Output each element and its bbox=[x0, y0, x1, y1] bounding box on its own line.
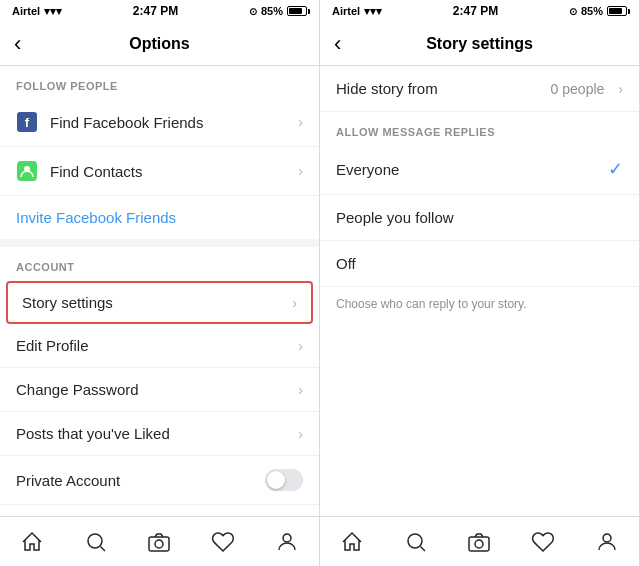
status-bar-left: Airtel ▾▾▾ 2:47 PM ⊙ 85% bbox=[0, 0, 319, 22]
nav-profile-right[interactable] bbox=[594, 529, 620, 555]
reply-follow-label: People you follow bbox=[336, 209, 623, 226]
chevron-icon-edit: › bbox=[298, 338, 303, 354]
left-bottom-nav bbox=[0, 516, 319, 566]
edit-profile-label: Edit Profile bbox=[16, 337, 290, 354]
svg-rect-6 bbox=[469, 537, 489, 551]
chevron-icon-contacts: › bbox=[298, 163, 303, 179]
svg-point-3 bbox=[155, 540, 163, 548]
nav-camera-right[interactable] bbox=[466, 529, 492, 555]
carrier-right: Airtel bbox=[332, 5, 360, 17]
svg-point-1 bbox=[88, 534, 102, 548]
battery-icon-right: ⊙ bbox=[569, 6, 577, 17]
status-right-carrier: Airtel ▾▾▾ bbox=[332, 5, 382, 18]
chevron-icon-facebook: › bbox=[298, 114, 303, 130]
back-button-left[interactable]: ‹ bbox=[14, 33, 21, 55]
edit-profile-item[interactable]: Edit Profile › bbox=[0, 324, 319, 368]
svg-point-4 bbox=[283, 534, 291, 542]
wifi-icon-left: ▾▾▾ bbox=[44, 5, 62, 18]
find-facebook-label: Find Facebook Friends bbox=[50, 114, 290, 131]
story-settings-item[interactable]: Story settings › bbox=[6, 281, 313, 324]
carrier-left: Airtel bbox=[12, 5, 40, 17]
battery-icon-left: ⊙ bbox=[249, 6, 257, 17]
left-content: FOLLOW PEOPLE f Find Facebook Friends › … bbox=[0, 66, 319, 516]
battery-bar-left bbox=[287, 6, 307, 16]
facebook-icon: f bbox=[16, 111, 38, 133]
nav-search-left[interactable] bbox=[83, 529, 109, 555]
reply-everyone-item[interactable]: Everyone ✓ bbox=[320, 144, 639, 195]
time-right: 2:47 PM bbox=[453, 4, 498, 18]
left-panel: Airtel ▾▾▾ 2:47 PM ⊙ 85% ‹ Options FOLLO… bbox=[0, 0, 320, 566]
reply-off-item[interactable]: Off bbox=[320, 241, 639, 287]
contacts-icon bbox=[16, 160, 38, 182]
nav-search-right[interactable] bbox=[403, 529, 429, 555]
hide-story-value: 0 people bbox=[551, 81, 605, 97]
battery-bar-right bbox=[607, 6, 627, 16]
chevron-icon-password: › bbox=[298, 382, 303, 398]
nav-heart-right[interactable] bbox=[530, 529, 556, 555]
section-label-follow: FOLLOW PEOPLE bbox=[0, 66, 319, 98]
reply-follow-item[interactable]: People you follow bbox=[320, 195, 639, 241]
reply-everyone-label: Everyone bbox=[336, 161, 608, 178]
back-button-right[interactable]: ‹ bbox=[334, 33, 341, 55]
right-header: ‹ Story settings bbox=[320, 22, 639, 66]
private-account-item[interactable]: Private Account bbox=[0, 456, 319, 505]
posts-liked-item[interactable]: Posts that you've Liked › bbox=[0, 412, 319, 456]
hide-story-item[interactable]: Hide story from 0 people › bbox=[320, 66, 639, 112]
left-header-title: Options bbox=[129, 35, 189, 53]
invite-facebook-item[interactable]: Invite Facebook Friends bbox=[0, 196, 319, 247]
status-right-left: ⊙ 85% bbox=[249, 5, 307, 17]
reply-off-label: Off bbox=[336, 255, 623, 272]
status-left: Airtel ▾▾▾ bbox=[12, 5, 62, 18]
find-facebook-item[interactable]: f Find Facebook Friends › bbox=[0, 98, 319, 147]
nav-camera-left[interactable] bbox=[146, 529, 172, 555]
toggle-thumb bbox=[267, 471, 285, 489]
time-left: 2:47 PM bbox=[133, 4, 178, 18]
hide-story-label: Hide story from bbox=[336, 80, 551, 97]
nav-home-left[interactable] bbox=[19, 529, 45, 555]
find-contacts-label: Find Contacts bbox=[50, 163, 290, 180]
nav-home-right[interactable] bbox=[339, 529, 365, 555]
change-password-label: Change Password bbox=[16, 381, 290, 398]
left-header: ‹ Options bbox=[0, 22, 319, 66]
story-settings-wrapper: Story settings › bbox=[4, 281, 315, 324]
private-account-toggle[interactable] bbox=[265, 469, 303, 491]
private-account-label: Private Account bbox=[16, 472, 265, 489]
private-account-description: When your account is private, only peopl… bbox=[0, 505, 319, 516]
right-bottom-nav bbox=[320, 516, 639, 566]
checkmark-everyone: ✓ bbox=[608, 158, 623, 180]
right-header-title: Story settings bbox=[426, 35, 533, 53]
battery-text-right: 85% bbox=[581, 5, 603, 17]
section-label-account: ACCOUNT bbox=[0, 247, 319, 279]
chevron-icon-story: › bbox=[292, 295, 297, 311]
svg-point-5 bbox=[408, 534, 422, 548]
svg-point-7 bbox=[475, 540, 483, 548]
right-content: Hide story from 0 people › ALLOW MESSAGE… bbox=[320, 66, 639, 516]
status-bar-right: Airtel ▾▾▾ 2:47 PM ⊙ 85% bbox=[320, 0, 639, 22]
reply-hint: Choose who can reply to your story. bbox=[320, 287, 639, 321]
svg-rect-2 bbox=[149, 537, 169, 551]
story-settings-label: Story settings bbox=[22, 294, 284, 311]
section-label-replies: ALLOW MESSAGE REPLIES bbox=[320, 112, 639, 144]
nav-profile-left[interactable] bbox=[274, 529, 300, 555]
nav-heart-left[interactable] bbox=[210, 529, 236, 555]
chevron-icon-liked: › bbox=[298, 426, 303, 442]
status-right-battery: ⊙ 85% bbox=[569, 5, 627, 17]
change-password-item[interactable]: Change Password › bbox=[0, 368, 319, 412]
find-contacts-item[interactable]: Find Contacts › bbox=[0, 147, 319, 196]
svg-point-8 bbox=[603, 534, 611, 542]
posts-liked-label: Posts that you've Liked bbox=[16, 425, 290, 442]
battery-text-left: 85% bbox=[261, 5, 283, 17]
right-panel: Airtel ▾▾▾ 2:47 PM ⊙ 85% ‹ Story setting… bbox=[320, 0, 640, 566]
invite-facebook-label: Invite Facebook Friends bbox=[16, 209, 303, 226]
wifi-icon-right: ▾▾▾ bbox=[364, 5, 382, 18]
chevron-icon-hide: › bbox=[618, 81, 623, 97]
